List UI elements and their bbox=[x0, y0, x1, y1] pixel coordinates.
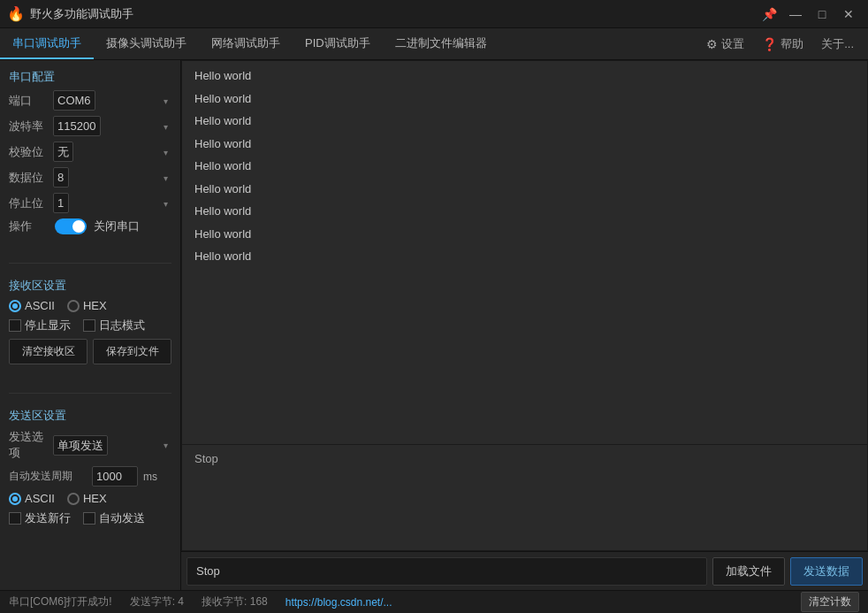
main-layout: 串口配置 端口 COM6 波特率 115200 校验位 bbox=[0, 60, 868, 590]
port-select-wrapper: COM6 bbox=[53, 90, 171, 111]
ascii-radio[interactable] bbox=[9, 300, 21, 312]
auto-period-label: 自动发送周期 bbox=[9, 469, 87, 484]
send-input[interactable] bbox=[187, 557, 707, 586]
app-title: 野火多功能调试助手 bbox=[30, 6, 133, 22]
log-mode-label: 日志模式 bbox=[99, 318, 145, 333]
load-file-button[interactable]: 加载文件 bbox=[712, 557, 785, 586]
serial-toggle[interactable] bbox=[55, 218, 87, 234]
send-data-button[interactable]: 发送数据 bbox=[790, 557, 863, 586]
send-option-select[interactable]: 单项发送 多项发送 bbox=[53, 435, 108, 456]
send-ascii-label: ASCII bbox=[25, 492, 55, 505]
baud-row: 波特率 115200 bbox=[9, 116, 171, 136]
tab-pid[interactable]: PID调试助手 bbox=[293, 28, 383, 59]
stop-display-checkbox[interactable] bbox=[9, 319, 21, 332]
stop-bits-select[interactable]: 1 bbox=[53, 193, 69, 213]
status-bar: 串口[COM6]打开成功! 发送字节: 4 接收字节: 168 https://… bbox=[0, 590, 868, 613]
send-ascii-radio-item[interactable]: ASCII bbox=[9, 492, 55, 505]
log-mode-checkbox-item[interactable]: 日志模式 bbox=[83, 318, 145, 333]
divider-2 bbox=[9, 393, 171, 394]
send-hex-label: HEX bbox=[83, 492, 107, 505]
sidebar: 串口配置 端口 COM6 波特率 115200 校验位 bbox=[0, 60, 181, 590]
port-select[interactable]: COM6 bbox=[53, 90, 95, 111]
settings-action[interactable]: ⚙ 设置 bbox=[699, 33, 751, 56]
newline-checkbox[interactable] bbox=[9, 512, 21, 525]
send-options-row: 发送新行 自动发送 bbox=[9, 510, 171, 526]
pin-button[interactable]: 📌 bbox=[757, 2, 781, 27]
send-option-label: 发送选项 bbox=[9, 429, 48, 461]
parity-select-wrapper: 无 bbox=[53, 142, 171, 162]
hex-radio-label: HEX bbox=[83, 299, 107, 312]
receive-line: Hello world bbox=[182, 223, 867, 246]
receive-line: Hello world bbox=[182, 200, 867, 223]
maximize-button[interactable]: □ bbox=[810, 2, 834, 27]
parity-select[interactable]: 无 bbox=[53, 142, 73, 162]
content-area: Hello worldHello worldHello worldHello w… bbox=[181, 60, 868, 590]
ascii-radio-label: ASCII bbox=[25, 299, 55, 312]
tab-network[interactable]: 网络调试助手 bbox=[199, 28, 293, 59]
auto-send-checkbox-item[interactable]: 自动发送 bbox=[83, 510, 145, 526]
receive-line: Hello world bbox=[182, 88, 867, 111]
menu-bar: 串口调试助手 摄像头调试助手 网络调试助手 PID调试助手 二进制文件编辑器 ⚙… bbox=[0, 28, 868, 60]
tx-status: 发送字节: 4 bbox=[130, 594, 184, 609]
about-label: 关于... bbox=[821, 36, 854, 52]
status-right: 清空计数 bbox=[801, 592, 859, 612]
app-icon: 🔥 bbox=[7, 5, 25, 22]
auto-period-input[interactable] bbox=[92, 466, 138, 487]
tx-label: 发送字节: bbox=[130, 595, 175, 608]
title-bar-controls: 📌 — □ ✕ bbox=[757, 2, 861, 27]
send-ascii-radio[interactable] bbox=[9, 493, 21, 505]
stop-display: Stop bbox=[181, 445, 868, 551]
parity-row: 校验位 无 bbox=[9, 142, 171, 162]
data-bits-select-wrapper: 8 bbox=[53, 167, 171, 188]
receive-line: Hello world bbox=[182, 155, 867, 178]
log-mode-checkbox[interactable] bbox=[83, 319, 95, 332]
toggle-label: 关闭串口 bbox=[94, 218, 140, 234]
baud-select-wrapper: 115200 bbox=[53, 116, 171, 136]
settings-label: 设置 bbox=[721, 36, 744, 52]
receive-line: Hello world bbox=[182, 133, 867, 156]
stop-display-checkbox-item[interactable]: 停止显示 bbox=[9, 318, 71, 333]
clear-receive-button[interactable]: 清空接收区 bbox=[9, 339, 88, 364]
tx-count: 4 bbox=[178, 595, 184, 608]
receive-encoding-row: ASCII HEX bbox=[9, 299, 171, 312]
status-link[interactable]: https://blog.csdn.net/... bbox=[286, 596, 392, 609]
close-button[interactable]: ✕ bbox=[836, 2, 861, 27]
about-action[interactable]: 关于... bbox=[814, 33, 861, 56]
send-hex-radio-item[interactable]: HEX bbox=[67, 492, 107, 505]
help-action[interactable]: ❓ 帮助 bbox=[755, 33, 811, 56]
receive-line: Hello world bbox=[182, 65, 867, 88]
port-status: 串口[COM6]打开成功! bbox=[9, 594, 112, 609]
minimize-button[interactable]: — bbox=[783, 2, 808, 27]
receive-config-title: 接收区设置 bbox=[9, 278, 171, 295]
data-bits-row: 数据位 8 bbox=[9, 167, 171, 188]
clear-count-button[interactable]: 清空计数 bbox=[801, 592, 859, 612]
tab-camera[interactable]: 摄像头调试助手 bbox=[94, 28, 199, 59]
serial-config-section: 串口配置 端口 COM6 波特率 115200 校验位 bbox=[9, 69, 171, 240]
auto-send-label: 自动发送 bbox=[99, 510, 145, 526]
auto-send-checkbox[interactable] bbox=[83, 512, 95, 525]
serial-config-title: 串口配置 bbox=[9, 69, 171, 87]
rx-status: 接收字节: 168 bbox=[202, 594, 268, 609]
divider-1 bbox=[9, 263, 171, 264]
hex-radio-item[interactable]: HEX bbox=[67, 299, 107, 312]
newline-checkbox-item[interactable]: 发送新行 bbox=[9, 510, 71, 526]
receive-line: Hello world bbox=[182, 245, 867, 268]
send-hex-radio[interactable] bbox=[67, 493, 80, 505]
newline-label: 发送新行 bbox=[25, 510, 71, 526]
hex-radio[interactable] bbox=[67, 300, 80, 312]
stop-bits-row: 停止位 1 bbox=[9, 193, 171, 213]
period-unit: ms bbox=[143, 471, 157, 483]
rx-label: 接收字节: bbox=[202, 595, 247, 608]
tab-binary[interactable]: 二进制文件编辑器 bbox=[383, 28, 499, 59]
port-row: 端口 COM6 bbox=[9, 90, 171, 111]
ascii-radio-item[interactable]: ASCII bbox=[9, 299, 55, 312]
gear-icon: ⚙ bbox=[706, 37, 718, 51]
parity-label: 校验位 bbox=[9, 144, 48, 160]
data-bits-select[interactable]: 8 bbox=[53, 167, 69, 188]
rx-count: 168 bbox=[250, 595, 268, 608]
receive-display[interactable]: Hello worldHello worldHello worldHello w… bbox=[181, 60, 868, 445]
tab-serial[interactable]: 串口调试助手 bbox=[0, 28, 94, 59]
baud-select[interactable]: 115200 bbox=[53, 116, 101, 136]
send-config-section: 发送区设置 发送选项 单项发送 多项发送 自动发送周期 ms ASCII bbox=[9, 408, 171, 532]
save-file-button[interactable]: 保存到文件 bbox=[93, 339, 171, 364]
